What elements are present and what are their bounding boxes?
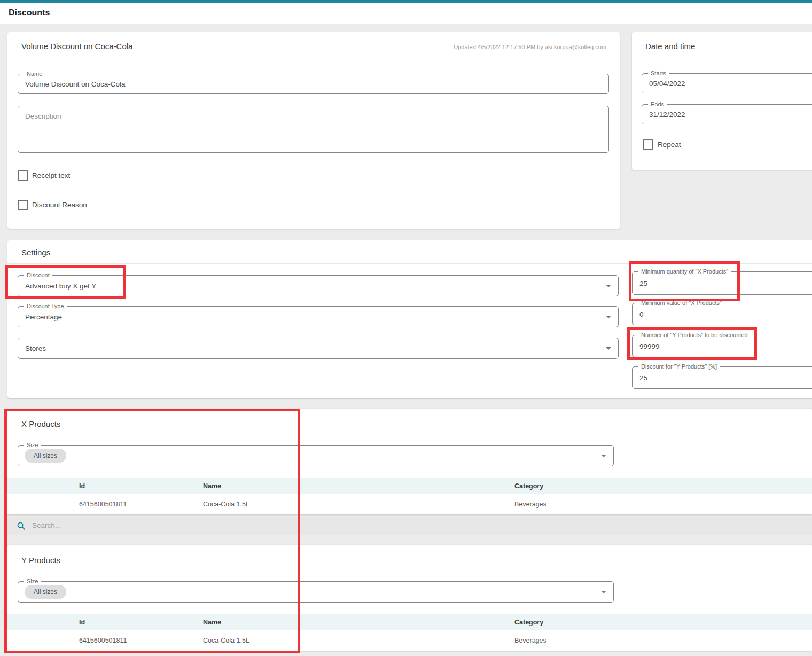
divider [7,436,812,436]
all-sizes-chip[interactable]: All sizes [25,449,66,463]
cell-category: Beverages [514,637,546,644]
chevron-down-icon [601,455,606,457]
x-products-card: X Products Size All sizes Id Name Catego… [7,409,812,514]
ends-value: 31/12/2022 [649,111,685,119]
ends-label: Ends [648,101,667,108]
discount-detail-card: Volume Discount on Coca-Cola Updated 4/5… [7,32,620,229]
cell-name: Coca-Cola 1.5L [203,501,249,508]
starts-date-input[interactable]: Starts 05/04/2022 [642,73,812,93]
starts-label: Starts [648,70,669,77]
search-icon [17,521,26,530]
num-y-discounted-input[interactable]: Number of "Y Products" to be discounted … [632,335,812,357]
cell-id: 6415600501811 [79,501,127,508]
discount-select-label: Discount [24,272,52,279]
repeat-checkbox[interactable] [643,139,653,150]
y-size-select[interactable]: Size All sizes [18,581,614,603]
stores-select[interactable]: Stores [18,338,619,359]
column-header-category: Category [514,482,543,490]
cell-id: 6415600501811 [79,637,127,644]
page-title: Discounts [9,8,50,18]
y-size-label: Size [24,578,41,585]
cell-category: Beverages [514,501,546,508]
discount-y-pct-value: 25 [639,374,647,382]
column-header-name: Name [203,619,221,626]
num-y-discounted-value: 99999 [639,342,660,350]
receipt-text-label: Receipt text [32,171,70,179]
chevron-down-icon [606,285,611,287]
search-placeholder: Search... [32,521,61,529]
min-value-x-input[interactable]: Minimum value of "X Products" 0 [632,303,812,325]
y-products-card: Y Products Size All sizes Id Name Catego… [7,545,812,651]
card-title: Settings [21,248,50,257]
cell-name: Coca-Cola 1.5L [203,637,249,644]
product-search-input[interactable]: Search... [7,517,812,535]
column-header-name: Name [203,482,221,490]
discount-reason-label: Discount Reason [32,201,87,209]
stores-placeholder: Stores [25,345,46,353]
column-header-id: Id [79,619,85,626]
y-table-header: Id Name Category [7,614,812,630]
settings-card: Settings Discount Advanced buy X get Y D… [7,240,812,398]
divider [7,59,620,59]
all-sizes-chip[interactable]: All sizes [25,585,66,599]
table-row[interactable]: 6415600501811 Coca-Cola 1.5L Beverages [7,494,812,514]
chevron-down-icon [606,347,611,350]
receipt-text-checkbox[interactable] [18,170,28,181]
min-quantity-x-label: Minimum quantity of "X Products" [638,268,731,275]
description-placeholder: Description [25,112,61,120]
discount-type-select[interactable]: Discount Type Percentage [18,306,619,327]
divider [632,59,812,59]
x-table-header: Id Name Category [7,478,812,494]
discount-type-label: Discount Type [24,303,67,310]
ends-date-input[interactable]: Ends 31/12/2022 [642,104,812,124]
discounts-page: Discounts Volume Discount on Coca-Cola U… [0,0,812,656]
divider [7,573,812,573]
name-input-label: Name [24,71,45,77]
num-y-discounted-label: Number of "Y Products" to be discounted [638,332,751,339]
divider [7,263,812,264]
chevron-down-icon [606,316,611,318]
app-header: Discounts [0,3,812,24]
x-size-label: Size [24,442,41,449]
repeat-label: Repeat [658,140,681,149]
column-header-category: Category [514,619,543,626]
min-quantity-x-value: 25 [639,279,647,287]
column-header-id: Id [79,482,85,490]
description-textarea[interactable]: Description [18,106,609,153]
table-row[interactable]: 6415600501811 Coca-Cola 1.5L Beverages [7,630,812,651]
x-size-select[interactable]: Size All sizes [18,445,614,466]
min-value-x-value: 0 [639,310,644,318]
updated-info: Updated 4/5/2022 12:17:50 PM by aki.korp… [454,44,606,50]
discount-reason-checkbox[interactable] [18,200,28,210]
discount-select[interactable]: Discount Advanced buy X get Y [18,275,619,296]
card-title: Volume Discount on Coca-Cola [21,42,132,51]
discount-y-pct-label: Discount for "Y Products" [%] [638,363,720,370]
discount-type-value: Percentage [25,313,62,321]
min-quantity-x-input[interactable]: Minimum quantity of "X Products" 25 [632,271,812,295]
name-input-value: Volume Discount on Coca-Cola [25,80,126,88]
card-title: X Products [21,419,60,428]
discount-select-value: Advanced buy X get Y [25,282,96,290]
datetime-card: Date and time Starts 05/04/2022 Ends 31/… [632,32,812,170]
discount-y-pct-input[interactable]: Discount for "Y Products" [%] 25 [632,366,812,389]
name-input[interactable]: Name Volume Discount on Coca-Cola [18,74,609,94]
min-value-x-label: Minimum value of "X Products" [638,300,724,307]
card-title: Y Products [21,556,60,565]
card-title: Date and time [645,42,695,51]
starts-value: 05/04/2022 [649,80,685,88]
chevron-down-icon [601,591,606,593]
